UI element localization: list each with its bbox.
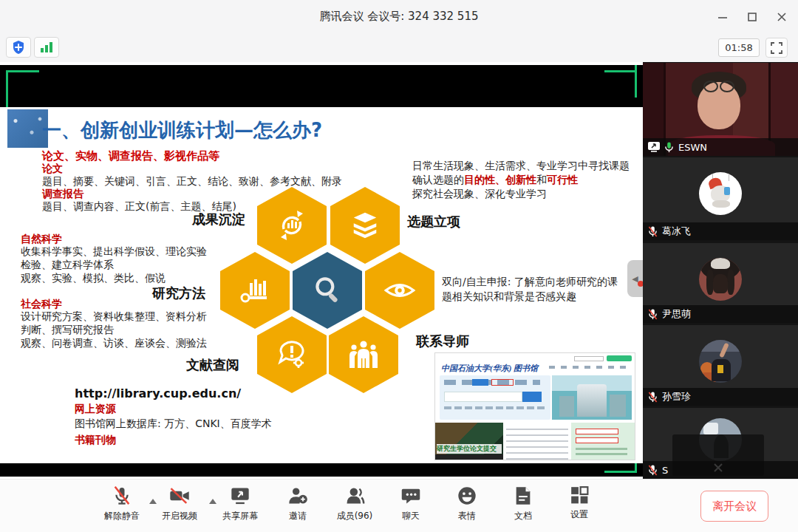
document-icon xyxy=(514,485,533,506)
sidebar-collapse-handle[interactable]: ◀ xyxy=(627,260,643,297)
participants-sidebar: ESWN 葛冰飞 xyxy=(643,62,798,479)
mic-muted-icon xyxy=(648,309,658,320)
share-screen-label: 共享屏幕 xyxy=(222,510,258,522)
members-button[interactable]: 成员(96) xyxy=(325,485,384,522)
quicklink-line-1 xyxy=(576,448,627,450)
mini-site-hint-line xyxy=(444,406,545,409)
share-screen-icon xyxy=(230,485,250,506)
ziran-line2: 检验、建立科学体系 xyxy=(21,259,114,272)
eye-icon xyxy=(383,273,417,307)
slide-title: 一、创新创业训练计划—怎么办? xyxy=(42,117,322,143)
ziran-label: 自然科学 xyxy=(21,233,62,246)
lianxi-label: 联系导师 xyxy=(416,332,469,350)
start-video-button[interactable]: 开启视频 xyxy=(150,485,209,522)
people-group-icon xyxy=(347,338,380,371)
screen-share-indicator-icon xyxy=(648,142,660,152)
mic-active-icon xyxy=(664,142,674,153)
meeting-window: 腾讯会议 会议号: 324 332 515 01:58 xyxy=(0,0,798,532)
hexagon-topic xyxy=(330,187,400,264)
shenbao-line1: 双向/自主申报: 了解意向老师研究的课 xyxy=(442,276,618,289)
right-line2: 确认选题的目的性、创新性和可行性 xyxy=(412,174,578,187)
hexagon-search-center xyxy=(293,252,362,329)
quicklink-line-2 xyxy=(576,453,627,455)
namebar-sunxuezhen: 孙雪珍 xyxy=(643,388,798,406)
invite-button[interactable]: 邀请 xyxy=(268,485,327,522)
docs-label: 文档 xyxy=(514,510,532,522)
chat-icon xyxy=(400,485,421,506)
right-line2-prefix: 确认选题的 xyxy=(412,174,464,185)
maximize-icon[interactable] xyxy=(746,11,758,23)
wenxian-label: 文献查阅 xyxy=(186,356,239,374)
right-line2-red1: 目的性 xyxy=(464,174,495,185)
avatar xyxy=(699,258,742,301)
layers-icon xyxy=(349,210,381,241)
mini-site-lower: 研究生学位论文提交 xyxy=(435,423,635,460)
mini-site-news-list xyxy=(506,424,568,460)
database-text: 图书馆网上数据库: 万方、CNKI、百度学术 xyxy=(75,417,272,431)
settings-button[interactable]: 设置 xyxy=(550,485,609,521)
docs-button[interactable]: 文档 xyxy=(494,485,553,522)
emoji-button[interactable]: 表情 xyxy=(437,485,497,522)
lunwen-text: 题目、摘要、关键词、引言、正文、结论、致谢、参考文献、附录 xyxy=(42,175,342,188)
participant-name: ESWN xyxy=(678,142,707,153)
participant-tile-sunxuezhen[interactable]: 孙雪珍 xyxy=(643,325,798,406)
shared-screen-letterbox-top xyxy=(0,65,643,107)
mic-muted-icon xyxy=(112,485,132,506)
participant-video-eswn[interactable]: ESWN xyxy=(643,63,798,156)
quicklink-red-box-2 xyxy=(576,437,618,443)
diaocha-label: 调查报告 xyxy=(42,188,83,201)
library-building-photo xyxy=(552,375,632,420)
building-wing-right xyxy=(610,395,626,417)
participant-tile-gebingfei[interactable]: 葛冰飞 xyxy=(643,157,798,240)
security-shield-icon[interactable] xyxy=(6,37,31,58)
right-line2-red3: 可行性 xyxy=(547,174,578,185)
titlebar: 腾讯会议 会议号: 324 332 515 xyxy=(0,0,798,33)
hexagon-results xyxy=(257,187,327,264)
leave-meeting-button[interactable]: 离开会议 xyxy=(700,491,768,522)
shehui-line3: 观察、问卷调查、访谈、座谈会、测验法 xyxy=(21,337,207,350)
xuanti-label: 选题立项 xyxy=(407,213,460,231)
network-signal-icon[interactable] xyxy=(34,37,59,58)
shehui-label: 社会科学 xyxy=(21,298,62,311)
chat-label: 聊天 xyxy=(402,510,420,522)
namebar-eswn: ESWN xyxy=(643,138,798,156)
ziran-line3: 观察、实验、模拟、类比、假说 xyxy=(21,272,166,285)
camera-off-icon xyxy=(168,485,191,506)
minimize-icon[interactable] xyxy=(717,11,729,23)
magnifier-icon xyxy=(310,273,344,307)
cycle-chart-icon xyxy=(276,209,308,242)
hexagon-method xyxy=(220,252,290,329)
unmute-button[interactable]: 解除静音 xyxy=(92,485,151,522)
top-toolbar: 01:58 xyxy=(0,33,798,62)
mic-muted-icon xyxy=(648,392,658,403)
mic-muted-icon xyxy=(648,465,658,476)
library-logo-text: 中国石油大学(华东) 图书馆 xyxy=(441,363,538,374)
lunwen-label: 论文 xyxy=(42,163,63,176)
shuji-label: 书籍刊物 xyxy=(75,434,116,447)
avatar xyxy=(699,340,742,383)
quicklink-red-box-1 xyxy=(576,429,618,434)
chengguo-label: 成果沉淀 xyxy=(192,211,245,228)
emoji-smiley-icon xyxy=(457,485,477,506)
building-wing-left xyxy=(559,396,574,417)
share-screen-button[interactable]: 共享屏幕 xyxy=(211,485,270,522)
mini-site-search-panel xyxy=(440,375,550,420)
key-bars-icon xyxy=(239,274,271,307)
participant-name: 孙雪珍 xyxy=(662,390,691,403)
fullscreen-icon[interactable] xyxy=(765,38,788,58)
yanjiu-label: 研究方法 xyxy=(152,284,205,302)
chat-button[interactable]: 聊天 xyxy=(381,485,440,522)
hexagon-mentor xyxy=(329,316,398,393)
invite-label: 邀请 xyxy=(289,510,307,522)
emoji-label: 表情 xyxy=(458,510,476,522)
namebar-yinsimeng: 尹思萌 xyxy=(643,305,798,323)
right-line2-sep: 、 xyxy=(495,174,505,185)
mini-site-search-input xyxy=(444,392,522,402)
close-icon[interactable] xyxy=(776,11,788,23)
meeting-timer: 01:58 xyxy=(718,38,760,57)
slide-intro-line: 论文、实物、调查报告、影视作品等 xyxy=(42,149,219,163)
participant-tile-yinsimeng[interactable]: 尹思萌 xyxy=(643,243,798,323)
right-line2-red2: 创新性 xyxy=(505,174,536,185)
participant-tile-partial[interactable]: S xyxy=(643,408,798,479)
members-icon xyxy=(344,485,365,506)
